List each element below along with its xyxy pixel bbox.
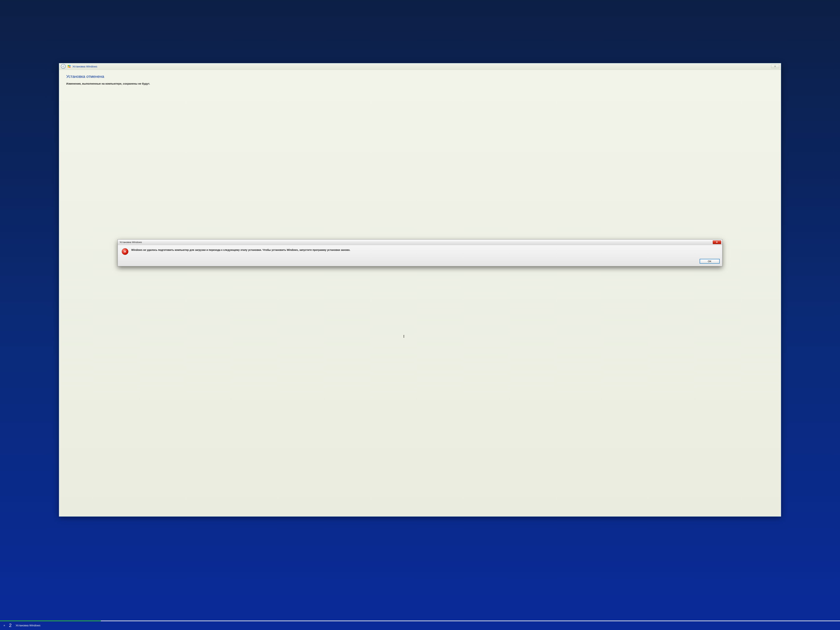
setup-subtext: Изменения, выполненные на компьютере, со… — [66, 82, 774, 85]
setup-body: Установка отменена Изменения, выполненны… — [59, 70, 781, 90]
close-icon: ✕ — [774, 65, 776, 68]
svg-rect-3 — [69, 66, 70, 68]
back-button[interactable] — [61, 64, 66, 69]
setup-window-title: Установка Windows — [73, 65, 97, 68]
arrow-left-icon — [62, 65, 65, 68]
setup-close-button[interactable]: ✕ — [771, 65, 779, 68]
error-dialog-message: Windows не удалось подготовить компьютер… — [131, 248, 350, 255]
taskbar-left-fragment: и — [4, 624, 5, 627]
error-dialog-title: Установка Windows — [120, 241, 142, 243]
svg-rect-2 — [68, 66, 69, 68]
error-dialog-titlebar: Установка Windows ✕ — [118, 240, 722, 245]
svg-rect-0 — [68, 65, 69, 66]
desktop-background: Установка Windows ✕ Установка отменена И… — [0, 0, 840, 630]
setup-titlebar: Установка Windows ✕ — [59, 63, 781, 70]
ok-button[interactable]: OK — [699, 259, 720, 264]
error-dialog-body: Windows не удалось подготовить компьютер… — [118, 245, 722, 257]
error-icon — [122, 248, 128, 255]
error-dialog: Установка Windows ✕ Windows не удалось п… — [118, 239, 722, 266]
error-dialog-footer: OK — [118, 257, 722, 266]
svg-rect-1 — [69, 65, 70, 66]
close-icon: ✕ — [716, 241, 718, 243]
taskbar-step-number: 2 — [9, 622, 11, 628]
setup-heading: Установка отменена — [66, 74, 774, 79]
error-dialog-close-button[interactable]: ✕ — [713, 240, 721, 244]
windows-flag-icon — [68, 65, 71, 68]
taskbar: и 2 Установка Windows — [0, 621, 840, 630]
setup-window: Установка Windows ✕ Установка отменена И… — [59, 63, 781, 516]
taskbar-title: Установка Windows — [16, 624, 41, 627]
